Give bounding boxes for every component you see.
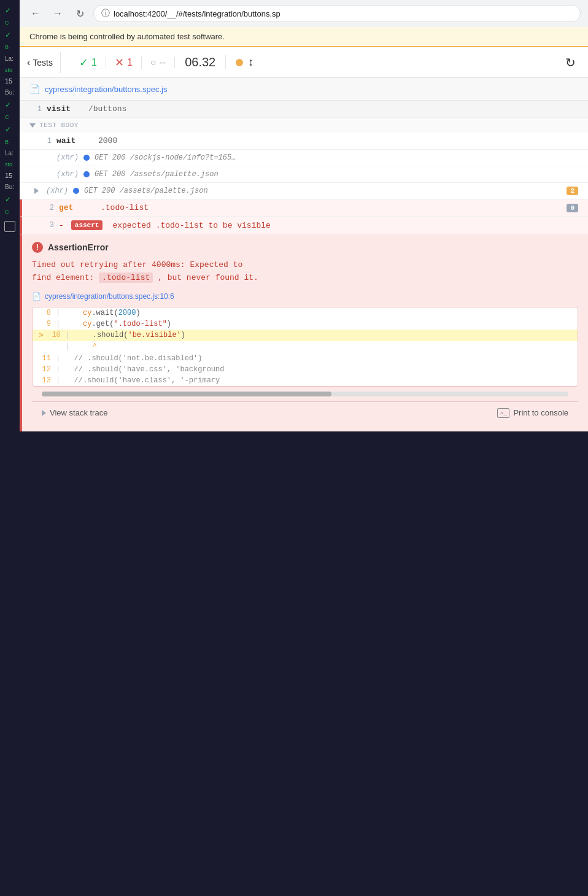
sidebar-la-1: La: <box>2 54 17 63</box>
get-line-num: 2 <box>42 204 54 212</box>
print-console-label: Print to console <box>513 408 568 417</box>
error-block: ! AssertionError Timed out retrying afte… <box>20 234 588 431</box>
horizontal-scrollbar[interactable] <box>42 392 568 396</box>
xhr3-label: (xhr) <box>46 187 68 195</box>
error-message-line2: find element: .todo-list , but never fou… <box>32 272 578 285</box>
stack-triangle-icon <box>42 410 46 416</box>
url-text: localhost:4200/__/#/tests/integration/bu… <box>114 9 280 18</box>
sidebar-check-3: ✓ <box>2 99 17 110</box>
view-stack-trace-button[interactable]: View stack trace <box>42 408 107 417</box>
tests-back-button[interactable]: ‹ Tests <box>27 52 61 73</box>
test-body-header: TEST BODY <box>20 118 588 133</box>
code-line-10: > 10 | .should('be.visible') <box>33 330 578 341</box>
sidebar-bu-1: Bu: <box>2 88 17 97</box>
left-sidebar: ✓ C ✓ B La: sto 15 Bu: ✓ C ✓ B La: sto 1… <box>0 0 20 896</box>
browser-chrome: ← → ↻ ⓘ localhost:4200/__/#/tests/integr… <box>20 0 588 47</box>
error-message: Timed out retrying after 4000ms: Expecte… <box>32 259 578 285</box>
xhr2-label: (xhr) <box>56 170 79 179</box>
error-title-text: AssertionError <box>48 242 109 252</box>
code-line-9: 9 | cy.get(".todo-list") <box>33 319 578 330</box>
sidebar-c-3: C <box>2 113 17 122</box>
timer-display: 06.32 <box>175 55 226 69</box>
xhr2-url: GET 200 /assets/palette.json <box>95 170 578 179</box>
sidebar-check-4: ✓ <box>2 124 17 135</box>
failed-stat: ✕ 1 <box>106 56 142 69</box>
code-file-ref: 📄 cypress/integration/buttons.spec.js:10… <box>32 292 578 301</box>
wait-cmd-arg: 2000 <box>98 136 578 145</box>
sidebar-bu-2: Bu: <box>2 182 17 191</box>
visit-command-row: 1 visit /buttons <box>20 101 588 118</box>
assert-badge: assert <box>71 220 103 230</box>
sidebar-check-1: ✓ <box>2 5 17 16</box>
passed-stat: ✓ 1 <box>71 56 106 69</box>
get-command-row: 2 get .todo-list 0 <box>20 199 588 217</box>
circle-icon: ○ <box>150 57 157 68</box>
assert-line-num: 3 <box>42 221 54 230</box>
reload-button[interactable]: ↻ <box>71 5 88 22</box>
get-cmd-name: get <box>59 203 96 212</box>
reload-tests-button[interactable]: ↻ <box>560 53 581 72</box>
automation-banner-text: Chrome is being controlled by automated … <box>29 32 225 41</box>
sidebar-sto-1: sto <box>2 66 17 74</box>
assert-text: expected .todo-list to be visible <box>112 221 270 230</box>
cypress-topbar: ‹ Tests ✓ 1 ✕ 1 ○ -- 06.32 ↕ ↻ <box>20 47 588 78</box>
sidebar-la-2: La: <box>2 149 17 158</box>
sidebar-c-5: C <box>2 207 17 216</box>
sidebar-b-4: B <box>2 137 17 146</box>
xhr1-dot <box>83 155 90 161</box>
cypress-runner: ‹ Tests ✓ 1 ✕ 1 ○ -- 06.32 ↕ ↻ <box>20 47 588 431</box>
visit-cmd-arg: /buttons <box>88 104 578 114</box>
assert-dash: - <box>59 221 64 230</box>
sort-icon[interactable]: ↕ <box>248 56 253 69</box>
failed-count: 1 <box>127 57 133 68</box>
console-icon: >_ <box>497 408 509 418</box>
xhr1-label: (xhr) <box>56 153 79 162</box>
xhr2-dot <box>83 171 90 177</box>
sidebar-sto-2: sto <box>2 160 17 169</box>
view-stack-label: View stack trace <box>50 408 107 417</box>
timer-value: 06.32 <box>185 55 215 69</box>
collapse-icon[interactable] <box>29 123 36 128</box>
xhr1-command-row: (xhr) GET 200 /sockjs-node/info?t=165… <box>20 150 588 166</box>
code-line-11: 11 | // .should('not.be.disabled') <box>33 353 578 364</box>
xhr3-url: GET 200 /assets/palette.json <box>84 187 562 195</box>
xhr3-expand-icon[interactable] <box>34 188 39 194</box>
bottom-actions: View stack trace >_ Print to console <box>32 401 578 424</box>
get-cmd-arg: .todo-list <box>101 203 562 212</box>
spec-file-link[interactable]: cypress/integration/buttons.spec.js <box>45 85 167 94</box>
code-line-caret: > | ^ <box>33 341 578 353</box>
visit-line-num: 1 <box>29 105 42 114</box>
error-message-line1: Timed out retrying after 4000ms: Expecte… <box>32 259 578 272</box>
arrow-indicator: > <box>39 331 44 340</box>
back-button[interactable]: ← <box>27 5 44 22</box>
error-title: ! AssertionError <box>32 242 578 253</box>
xhr3-command-row: (xhr) GET 200 /assets/palette.json 2 <box>20 183 588 199</box>
forward-button[interactable]: → <box>49 5 66 22</box>
spec-file-line-link[interactable]: cypress/integration/buttons.spec.js:10:6 <box>45 292 174 301</box>
info-icon: ⓘ <box>101 8 110 19</box>
get-badge: 0 <box>567 204 578 212</box>
address-bar[interactable]: ⓘ localhost:4200/__/#/tests/integration/… <box>93 5 581 22</box>
test-content: 1 visit /buttons TEST BODY 1 wait 2000 (… <box>20 101 588 431</box>
print-console-button[interactable]: >_ Print to console <box>497 408 568 418</box>
passed-check-icon: ✓ <box>79 56 88 69</box>
code-line-13: 13 | //.should('have.class', '-primary <box>33 375 578 386</box>
tests-back-label: Tests <box>33 58 53 68</box>
xhr3-dot <box>73 188 79 194</box>
pending-label: -- <box>160 57 166 68</box>
sidebar-label-2: B <box>2 43 17 52</box>
wait-line-num: 1 <box>39 137 52 145</box>
code-block: 8 | cy.wait(2000) 9 | cy.get(".todo-list… <box>32 307 578 387</box>
error-selector: .todo-list <box>99 272 153 283</box>
passed-count: 1 <box>91 57 97 68</box>
file-icon: 📄 <box>29 84 40 94</box>
sidebar-checkbox <box>4 221 15 232</box>
chevron-left-icon: ‹ <box>27 57 30 68</box>
visit-cmd-name: visit <box>47 104 83 114</box>
assert-command-row: 3 - assert expected .todo-list to be vis… <box>20 217 588 234</box>
sidebar-check-2: ✓ <box>2 29 17 41</box>
sidebar-label-1: C <box>2 18 17 27</box>
scrollbar-thumb <box>42 392 331 396</box>
code-line-8: 8 | cy.wait(2000) <box>33 307 578 319</box>
code-file-icon: 📄 <box>32 292 41 301</box>
